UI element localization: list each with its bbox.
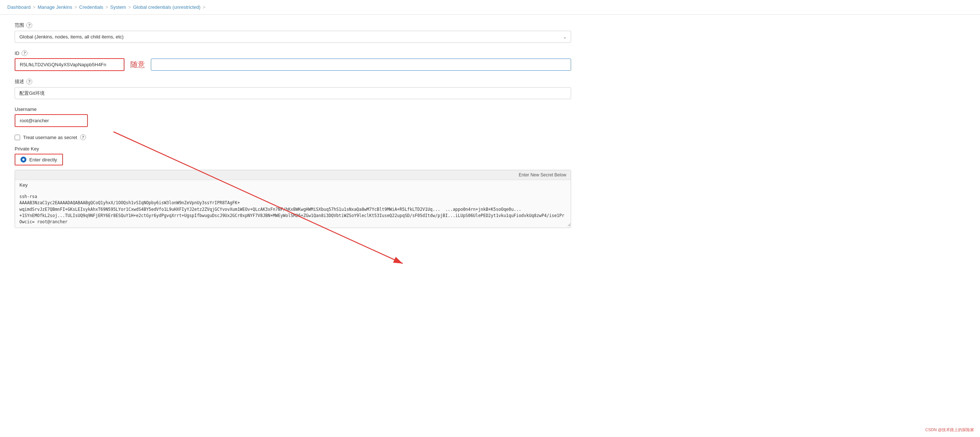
id-full-input[interactable]	[151, 59, 571, 71]
enter-directly-label[interactable]: Enter directly	[29, 157, 57, 162]
key-label: Key	[19, 182, 27, 188]
key-box: Enter New Secret Below Key ssh-rsa AAAAB…	[14, 170, 571, 228]
breadcrumb: Dashboard > Manage Jenkins > Credentials…	[0, 0, 980, 14]
id-label: ID	[14, 51, 19, 56]
key-hint-text: Enter New Secret Below	[519, 172, 566, 178]
breadcrumb-manage-jenkins[interactable]: Manage Jenkins	[38, 5, 73, 10]
username-section: Username	[14, 106, 571, 127]
treat-username-help-icon[interactable]: ?	[80, 134, 86, 140]
enter-directly-radio-highlighted: Enter directly	[14, 154, 63, 165]
key-label-row: Key	[15, 180, 571, 188]
key-textarea[interactable]: ssh-rsa AAAAB3NzaC1yc2EAAAADAQABAABgQCoQ…	[15, 190, 571, 227]
breadcrumb-sep-5: >	[203, 5, 205, 10]
breadcrumb-global-credentials[interactable]: Global credentials (unrestricted)	[133, 5, 200, 10]
id-input-highlighted[interactable]	[14, 58, 124, 71]
username-label-row: Username	[14, 106, 571, 112]
description-section: 描述 ?	[14, 78, 571, 99]
id-help-icon[interactable]: ?	[22, 50, 27, 56]
id-hint-text: 随意	[130, 60, 145, 70]
breadcrumb-sep-4: >	[128, 5, 131, 10]
treat-username-checkbox[interactable]	[14, 135, 20, 140]
description-label: 描述	[14, 78, 24, 85]
breadcrumb-sep-3: >	[105, 5, 108, 10]
enter-directly-radio-dot	[21, 157, 26, 162]
breadcrumb-sep-1: >	[33, 5, 35, 10]
scope-label: 范围	[14, 22, 24, 29]
description-label-row: 描述 ?	[14, 78, 571, 85]
scope-label-row: 范围 ?	[14, 22, 571, 29]
main-content: 范围 ? Global (Jenkins, nodes, items, all …	[0, 14, 586, 243]
username-input[interactable]	[14, 114, 88, 127]
treat-username-row: Treat username as secret ?	[14, 134, 571, 140]
treat-username-label: Treat username as secret	[23, 135, 77, 140]
scope-section: 范围 ? Global (Jenkins, nodes, items, all …	[14, 22, 571, 43]
id-section: ID ? 随意	[14, 50, 571, 71]
breadcrumb-system[interactable]: System	[110, 5, 126, 10]
private-key-section: Private Key Enter directly Enter New Sec…	[14, 146, 571, 228]
page-wrapper: Dashboard > Manage Jenkins > Credentials…	[0, 0, 980, 437]
key-box-header: Enter New Secret Below	[15, 170, 571, 180]
id-label-row: ID ?	[14, 50, 571, 56]
description-help-icon[interactable]: ?	[26, 79, 32, 84]
scope-help-icon[interactable]: ?	[26, 22, 32, 28]
description-input[interactable]	[14, 87, 571, 99]
id-input-row: 随意	[14, 58, 571, 71]
enter-directly-radio-row: Enter directly	[14, 154, 571, 165]
watermark-text: CSDN @技术路上的探险家	[926, 427, 974, 432]
private-key-label-row: Private Key	[14, 146, 571, 151]
breadcrumb-sep-2: >	[74, 5, 77, 10]
private-key-label: Private Key	[14, 146, 39, 151]
breadcrumb-credentials[interactable]: Credentials	[79, 5, 103, 10]
username-label: Username	[14, 106, 37, 112]
scope-select[interactable]: Global (Jenkins, nodes, items, all child…	[14, 31, 571, 43]
scope-select-wrapper: Global (Jenkins, nodes, items, all child…	[14, 31, 571, 43]
breadcrumb-dashboard[interactable]: Dashboard	[7, 5, 31, 10]
